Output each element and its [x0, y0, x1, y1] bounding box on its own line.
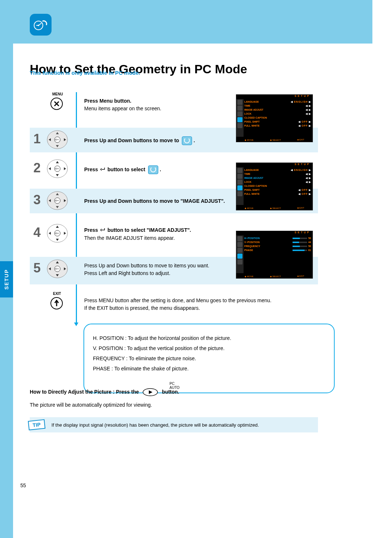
menu-button-label: MENU [52, 92, 63, 96]
step-5-text1: Press Up and Down buttons to move to ite… [84, 263, 209, 268]
step-2-num: 2 [30, 160, 44, 176]
step-4-text2: Then the IMAGE ADJUST items appear. [84, 235, 175, 241]
remote-dpad-icon [46, 191, 68, 212]
page-number: 55 [20, 482, 26, 488]
header-banner [13, 0, 372, 44]
step-4-text-b: button to select "IMAGE ADJUST". [107, 227, 191, 233]
osd-screenshot-1: SETUP LANGUAGE◀ ENGLISH ▶ TIME◀ ▶ IMAGE … [236, 94, 313, 142]
step-exit: EXIT Press MENU button after the setting… [30, 292, 318, 321]
setup-icon [148, 165, 158, 174]
setup-icon [182, 136, 192, 145]
step-3-num: 3 [30, 192, 44, 208]
step-menu-bold: Press Menu button. [84, 98, 131, 104]
section-tab: SETUP [0, 261, 13, 297]
osd-screenshot-3: SETUP H~POSITION50 V~POSITION44 FREQUENC… [236, 231, 313, 279]
step-menu-text: Menu items appear on the screen. [84, 106, 161, 111]
step-exit-text2: If the EXIT button is pressed, the menu … [84, 305, 200, 311]
step-1-num: 1 [30, 131, 44, 147]
step-2-text-a: Press [84, 167, 98, 172]
enter-icon [100, 227, 105, 234]
page-subtitle: This function is only available in PC mo… [30, 70, 140, 76]
step-2-text-b: button to select [107, 167, 145, 172]
osd-screenshot-2: SETUP LANGUAGE◀ ENGLISH ▶ TIME◀ ▶ IMAGE … [236, 163, 313, 210]
section-icon [30, 14, 52, 36]
info-line-3: FREQUENCY : To eliminate the picture noi… [93, 353, 325, 364]
info-line-2: V. POSITION : To adjust the vertical pos… [93, 343, 325, 353]
menu-button-icon [50, 97, 63, 112]
parameter-description-box: H. POSITION : To adjust the horizontal p… [83, 324, 335, 393]
step-3-text: Press Up and Down buttons to move to "IM… [84, 198, 225, 204]
enter-icon [100, 166, 105, 174]
play-button-icon [142, 388, 158, 396]
step-5-num: 5 [30, 260, 44, 276]
remote-dpad-icon [46, 130, 68, 151]
info-line-4: PHASE : To eliminate the shake of pictur… [93, 364, 325, 374]
exit-button-icon [50, 297, 63, 311]
step-5-text2: Press Left and Right buttons to adjust. [84, 270, 170, 276]
pc-auto-label: PC AUTO [170, 382, 180, 390]
step-4-text-a: Press [84, 227, 98, 233]
auto-optimize-text: The picture will be automatically optimi… [30, 402, 152, 408]
step-exit-text1: Press MENU button after the setting is d… [84, 297, 271, 303]
step-1-text: Press Up and Down buttons to move to [84, 137, 179, 143]
tip-section: TIP If the display input signal (resolut… [30, 417, 318, 432]
exit-button-label: EXIT [53, 292, 61, 296]
remote-dpad-icon [46, 259, 68, 280]
remote-dpad-icon [46, 159, 68, 180]
info-line-1: H. POSITION : To adjust the horizontal p… [93, 333, 325, 343]
tip-text: If the display input signal (resolution)… [52, 422, 259, 428]
tip-badge: TIP [28, 419, 45, 431]
step-4-num: 4 [30, 225, 44, 240]
svg-line-2 [38, 23, 41, 25]
section-tab-label: SETUP [4, 269, 9, 290]
direct-adjust-line: PC AUTO How to Directly Adjust the Pictu… [30, 388, 179, 396]
remote-dpad-icon [46, 223, 68, 245]
